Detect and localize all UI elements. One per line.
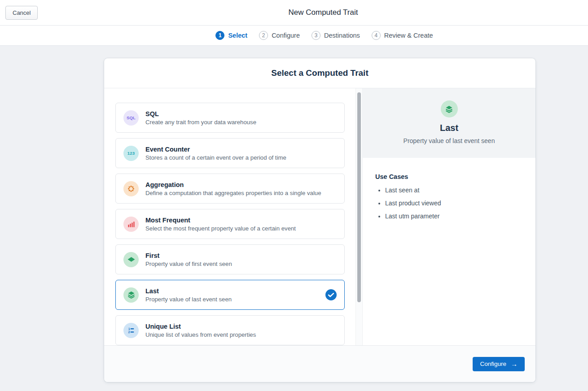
use-cases-list: Last seen atLast product viewedLast utm … [375,187,523,220]
number-123-icon: 123 [123,146,139,161]
trait-item-aggregation[interactable]: Aggregation Define a computation that ag… [115,174,345,204]
step-number-badge: 2 [259,31,268,40]
stepper-bar: 1 Select 2 Configure 3 Destinations 4 Re… [0,26,588,46]
detail-subtitle: Property value of last event seen [363,137,535,144]
trait-name: SQL [145,110,256,117]
trait-item-unique-list[interactable]: 12 Unique List Unique list of values fro… [115,315,345,345]
step-number-badge: 1 [215,31,224,40]
step-label: Destinations [324,32,360,39]
topbar: Cancel New Computed Trait [0,0,588,26]
card-title: Select a Computed Trait [271,68,368,78]
trait-description: Property value of first event seen [145,261,232,267]
use-cases-section: Use Cases Last seen atLast product viewe… [363,158,535,220]
trait-list: SQL SQL Create any trait from your data … [104,88,355,345]
scrollbar-thumb[interactable] [357,92,361,302]
trait-name: First [145,252,232,259]
trait-description: Stores a count of a certain event over a… [145,154,286,161]
main-content: Select a Computed Trait SQL SQL Create a… [0,58,588,382]
use-case-item: Last seen at [385,187,523,194]
selected-check-icon [325,289,337,300]
card-body: SQL SQL Create any trait from your data … [104,88,535,345]
use-case-item: Last product viewed [385,200,523,207]
svg-text:2: 2 [128,330,130,334]
card-header: Select a Computed Trait [104,58,535,88]
trait-item-first[interactable]: First Property value of first event seen [115,244,345,274]
card-footer: Configure → [104,345,535,382]
trait-description: Define a computation that aggregates pro… [145,190,321,196]
sql-badge-icon: SQL [123,110,139,126]
detail-header: Last Property value of last event seen [363,88,535,158]
trait-item-most-frequent[interactable]: Most Frequent Select the most frequent p… [115,209,345,239]
layers-icon [123,287,139,303]
trait-item-sql[interactable]: SQL SQL Create any trait from your data … [115,103,345,133]
configure-button-label: Configure [480,361,506,367]
trait-description: Select the most frequent property value … [145,225,296,232]
step-review-create[interactable]: 4 Review & Create [372,31,433,40]
step-select[interactable]: 1 Select [215,31,247,40]
page-title: New Computed Trait [0,8,588,17]
cancel-button[interactable]: Cancel [5,6,38,20]
trait-name: Event Counter [145,146,286,153]
numbered-list-icon: 12 [123,323,139,338]
trait-name: Unique List [145,323,256,330]
step-configure[interactable]: 2 Configure [259,31,300,40]
step-number-badge: 3 [312,31,320,40]
scrollbar-track[interactable] [355,88,363,345]
step-label: Review & Create [384,32,433,39]
detail-title: Last [363,123,535,133]
trait-item-event-counter[interactable]: 123 Event Counter Stores a count of a ce… [115,138,345,168]
trait-description: Property value of last event seen [145,296,232,303]
bar-chart-icon [123,217,139,232]
arrow-right-icon: → [511,361,518,367]
step-destinations[interactable]: 3 Destinations [312,31,360,40]
trait-item-last[interactable]: Last Property value of last event seen [115,280,345,310]
select-trait-card: Select a Computed Trait SQL SQL Create a… [104,58,535,382]
trait-name: Aggregation [145,181,321,188]
layers-icon [441,100,458,117]
step-number-badge: 4 [372,31,381,40]
step-label: Select [228,32,247,39]
configure-button[interactable]: Configure → [473,357,525,371]
step-label: Configure [272,32,300,39]
stepper: 1 Select 2 Configure 3 Destinations 4 Re… [210,31,439,40]
trait-name: Last [145,287,232,295]
aggregation-diamond-dots-icon [123,181,139,196]
trait-description: Create any trait from your data warehous… [145,119,256,126]
use-case-item: Last utm parameter [385,213,523,220]
use-cases-title: Use Cases [375,173,523,180]
trait-name: Most Frequent [145,217,296,224]
diamond-icon [123,252,139,267]
trait-detail-panel: Last Property value of last event seen U… [363,88,535,345]
trait-description: Unique list of values from event propert… [145,331,256,338]
